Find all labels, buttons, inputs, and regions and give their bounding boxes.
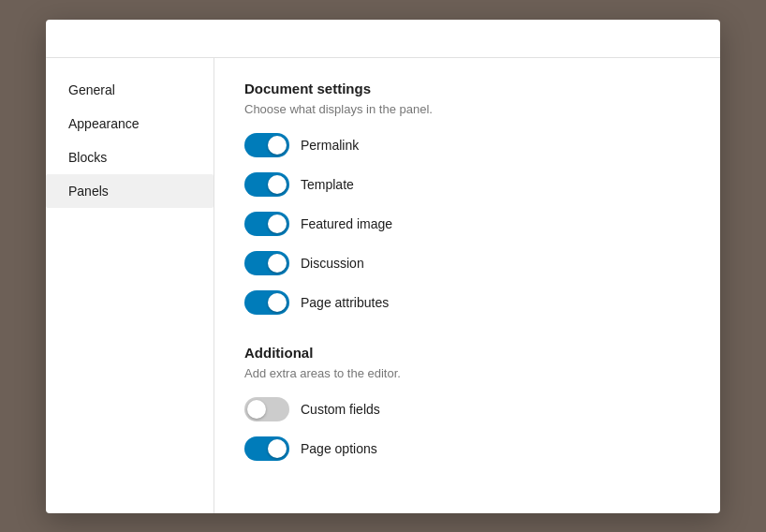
section-desc-additional: Add extra areas to the editor. [244, 366, 690, 380]
preferences-dialog: GeneralAppearanceBlocksPanels Document s… [46, 20, 720, 513]
content-area: Document settingsChoose what displays in… [214, 58, 720, 513]
toggle-row-discussion: Discussion [244, 251, 690, 275]
toggle-featured-image[interactable] [244, 212, 289, 236]
dialog-header [46, 20, 720, 58]
sidebar-item-appearance[interactable]: Appearance [46, 107, 214, 140]
toggle-row-custom-fields: Custom fields [244, 397, 690, 421]
toggle-label-page-attributes: Page attributes [301, 295, 389, 310]
toggle-custom-fields[interactable] [244, 397, 289, 421]
dialog-body: GeneralAppearanceBlocksPanels Document s… [46, 58, 720, 513]
toggle-page-attributes[interactable] [244, 290, 289, 315]
section-title-document-settings: Document settings [244, 81, 690, 96]
toggle-row-template: Template [244, 172, 690, 197]
sidebar-item-blocks[interactable]: Blocks [46, 140, 214, 174]
section-title-additional: Additional [244, 345, 690, 361]
toggle-label-page-options: Page options [301, 441, 377, 456]
toggle-template[interactable] [244, 172, 289, 197]
close-button[interactable] [690, 35, 698, 42]
toggle-label-custom-fields: Custom fields [301, 402, 380, 417]
toggle-label-discussion: Discussion [301, 256, 364, 271]
section-additional: AdditionalAdd extra areas to the editor.… [244, 345, 690, 461]
toggle-row-featured-image: Featured image [244, 212, 690, 236]
toggle-permalink[interactable] [244, 133, 289, 157]
toggle-row-permalink: Permalink [244, 133, 690, 157]
toggle-row-page-options: Page options [244, 436, 690, 461]
toggle-label-featured-image: Featured image [301, 216, 392, 231]
section-desc-document-settings: Choose what displays in the panel. [244, 102, 690, 116]
sidebar-item-general[interactable]: General [46, 73, 214, 107]
toggle-row-page-attributes: Page attributes [244, 290, 690, 315]
toggle-page-options[interactable] [244, 436, 289, 461]
toggle-label-permalink: Permalink [301, 138, 359, 153]
toggle-label-template: Template [301, 177, 354, 192]
sidebar-item-panels[interactable]: Panels [46, 174, 214, 208]
section-document-settings: Document settingsChoose what displays in… [244, 81, 690, 315]
sidebar: GeneralAppearanceBlocksPanels [46, 58, 214, 513]
toggle-discussion[interactable] [244, 251, 289, 275]
